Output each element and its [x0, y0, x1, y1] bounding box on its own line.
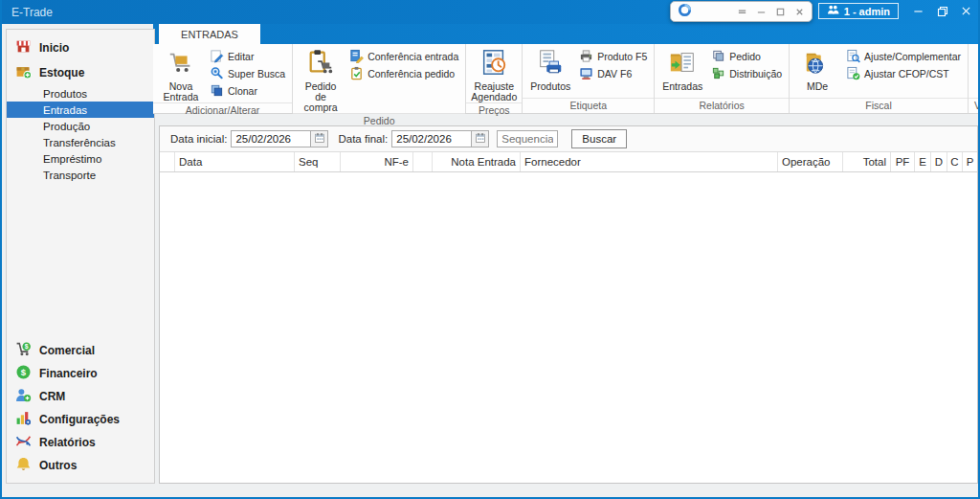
sidebar-item-label: Comercial [39, 344, 95, 357]
overlay-capture-window[interactable] [670, 1, 813, 22]
sidebar-item-label: Estoque [39, 66, 84, 79]
printer-icon [579, 49, 593, 65]
sidebar-item-relatorios[interactable]: Relatórios [7, 431, 154, 454]
grid-header: Data Seq NF-e Nota Entrada Fornecedor Op… [160, 152, 977, 172]
produtos-etiqueta-button[interactable]: Produtos [526, 47, 574, 98]
sidebar-item-crm[interactable]: CRM [7, 385, 154, 408]
column-header-fornecedor[interactable]: Fornecedor [521, 152, 778, 171]
sidebar-item-emprestimo[interactable]: Empréstimo [7, 150, 154, 167]
ajustar-cfop-cst-button[interactable]: Ajustar CFOP/CST [843, 65, 964, 82]
sidebar-item-label: Financeiro [39, 367, 98, 380]
produto-f5-button[interactable]: Produto F5 [576, 48, 650, 65]
sidebar-item-label: Inicio [39, 41, 69, 55]
column-header-nota-entrada[interactable]: Nota Entrada [433, 152, 521, 171]
window-minimize-icon[interactable] [905, 0, 930, 22]
cart-dollar-icon: $ [15, 341, 32, 360]
conferencia-entrada-button[interactable]: Conferência entrada [346, 48, 461, 65]
bell-icon [15, 456, 32, 475]
entradas-relatorio-button[interactable]: Entradas [658, 47, 706, 98]
conferencia-pedido-label: Conferência pedido [368, 68, 455, 79]
sidebar-item-outros[interactable]: Outros [7, 454, 154, 477]
window-close-icon[interactable] [953, 0, 978, 22]
sidebar-item-transporte[interactable]: Transporte [7, 167, 154, 183]
pedido-relatorio-button[interactable]: Pedido [708, 48, 785, 65]
entradas-relatorio-label: Entradas [662, 81, 702, 92]
sidebar-item-comercial[interactable]: $ Comercial [7, 339, 154, 362]
users-icon [827, 4, 839, 18]
date-start-label: Data inicial: [170, 133, 227, 145]
conferencia-pedido-button[interactable]: Conferência pedido [346, 65, 461, 82]
window-border-left [0, 0, 2, 499]
svg-text:$: $ [21, 367, 27, 377]
cubes-icon [711, 66, 725, 82]
sidebar-item-financeiro[interactable]: $ Financeiro [7, 362, 154, 385]
date-start-calendar-button[interactable] [311, 130, 328, 147]
column-header-e[interactable]: E [915, 152, 931, 171]
user-session-button[interactable]: 1 - admin [818, 3, 899, 19]
ajuste-complementar-button[interactable]: Ajuste/Complementar [843, 48, 964, 65]
sidebar-item-configuracoes[interactable]: Configurações [7, 408, 154, 431]
overlay-minimize-icon[interactable] [756, 7, 767, 17]
sidebar-item-produtos[interactable]: Produtos [7, 85, 154, 102]
list-clock-icon [479, 48, 508, 80]
reajuste-agendado-label: Reajuste Agendado [471, 81, 517, 102]
nova-entrada-button[interactable]: Nova Entrada [157, 47, 205, 102]
ribbon: Nova Entrada Editar Super Busca Clonar A… [153, 44, 978, 114]
column-header-p[interactable]: P [963, 152, 977, 171]
date-end-calendar-button[interactable] [472, 130, 489, 147]
overlay-maximize-icon[interactable] [775, 7, 786, 17]
sidebar-item-transferencias[interactable]: Transferências [7, 134, 154, 150]
column-header-d[interactable]: D [931, 152, 947, 171]
date-end-input[interactable] [391, 130, 472, 147]
mde-label: MDe [807, 81, 828, 92]
date-start-input[interactable] [231, 130, 311, 147]
column-header-pf[interactable]: PF [891, 152, 915, 171]
entries-panel: Data inicial: Data final: Buscar Data Se… [159, 125, 978, 484]
editar-button[interactable]: Editar [207, 48, 288, 65]
column-header-nfe[interactable]: NF-e [341, 152, 413, 171]
distribuicao-button[interactable]: Distribuição [708, 65, 785, 82]
pedido-de-compra-button[interactable]: Pedido de compra [297, 47, 345, 113]
sidebar-item-producao[interactable]: Produção [7, 118, 154, 134]
overlay-menu-icon[interactable] [737, 7, 747, 17]
grid-body-empty[interactable] [160, 172, 977, 483]
group-caption-precos: Preços [466, 102, 522, 117]
sidebar-item-entradas[interactable]: Entradas [7, 102, 154, 118]
clipboard-check-icon [349, 66, 364, 82]
column-header-c[interactable]: C [947, 152, 963, 171]
column-header-selector[interactable] [160, 152, 175, 171]
ajuste-complementar-label: Ajuste/Complementar [864, 51, 961, 62]
user-session-label: 1 - admin [844, 6, 890, 17]
column-header-blank[interactable] [413, 152, 433, 171]
sidebar-item-estoque[interactable]: Estoque [7, 60, 154, 85]
mde-button[interactable]: MDe [793, 47, 841, 98]
store-icon [15, 38, 32, 57]
column-header-total[interactable]: Total [843, 152, 891, 171]
column-header-data[interactable]: Data [175, 152, 295, 171]
super-busca-button[interactable]: Super Busca [207, 65, 288, 82]
search-button[interactable]: Buscar [571, 129, 627, 148]
filter-bar: Data inicial: Data final: Buscar [160, 126, 977, 152]
produto-f5-label: Produto F5 [597, 51, 647, 62]
conferencia-entrada-label: Conferência entrada [368, 51, 458, 62]
calendar-icon [314, 132, 325, 147]
reajuste-agendado-button[interactable]: Reajuste Agendado [470, 47, 518, 102]
clonar-button[interactable]: Clonar [207, 82, 288, 100]
sidebar-item-inicio[interactable]: Inicio [7, 35, 154, 60]
column-header-seq[interactable]: Seq [295, 152, 341, 171]
doc-check-icon [846, 66, 860, 82]
ribbon-group-relatorios: Entradas Pedido Distribuição Relatórios [655, 44, 790, 113]
ajustar-cfop-cst-label: Ajustar CFOP/CST [864, 68, 949, 79]
ribbon-group-precos: Reajuste Agendado Preços [466, 44, 523, 113]
folder-globe-icon [803, 48, 832, 80]
sequence-input[interactable] [497, 130, 558, 147]
sheet-pencil-icon [349, 49, 364, 65]
dav-f6-button[interactable]: DAV F6 [576, 65, 650, 82]
window-restore-icon[interactable] [930, 0, 955, 22]
overlay-close-icon[interactable] [794, 7, 805, 17]
column-header-operacao[interactable]: Operação [778, 152, 843, 171]
calendar-icon [475, 132, 486, 147]
cart-icon [167, 48, 195, 80]
tab-entradas[interactable]: ENTRADAS [159, 24, 260, 44]
sidebar: Inicio Estoque Produtos Entradas Produçã… [6, 29, 155, 484]
